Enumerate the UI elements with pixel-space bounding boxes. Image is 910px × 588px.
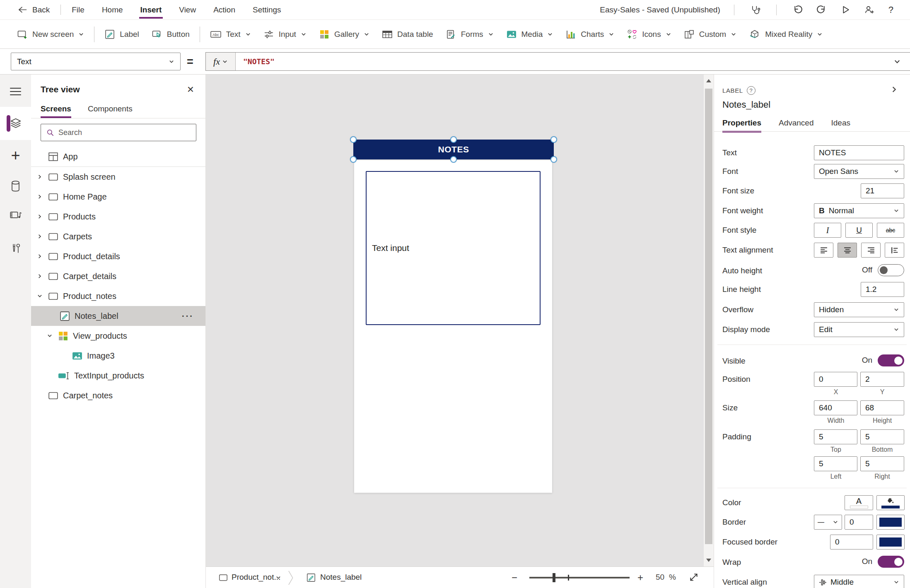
- preview-play-icon[interactable]: [840, 5, 851, 15]
- media-menu[interactable]: Media: [500, 20, 560, 48]
- tree-item-products[interactable]: Products: [31, 207, 205, 227]
- chevron-down-icon[interactable]: [275, 575, 281, 581]
- resize-handle-bottom-center[interactable]: [450, 156, 457, 163]
- tab-ideas[interactable]: Ideas: [831, 118, 850, 133]
- zoom-out-button[interactable]: −: [512, 572, 517, 583]
- property-selector[interactable]: Text: [11, 53, 181, 70]
- resize-handle-top-left[interactable]: [350, 136, 357, 143]
- display-mode-dropdown[interactable]: Edit: [814, 322, 904, 337]
- overflow-dropdown[interactable]: Hidden: [814, 302, 904, 317]
- rail-tree-view-button[interactable]: [0, 107, 31, 140]
- canvas-scrollbar[interactable]: [704, 75, 714, 566]
- align-justify-button[interactable]: [885, 243, 904, 258]
- position-x-input[interactable]: 0: [814, 372, 857, 387]
- button-button[interactable]: Button: [145, 20, 196, 48]
- tree-item-app[interactable]: App: [31, 147, 205, 166]
- fill-color-button[interactable]: [876, 495, 905, 510]
- tree-item-home-page[interactable]: Home Page: [31, 187, 205, 207]
- padding-right-input[interactable]: 5: [860, 456, 904, 471]
- tab-screens[interactable]: Screens: [41, 104, 71, 118]
- strikethrough-button[interactable]: abc: [877, 223, 904, 238]
- padding-bottom-input[interactable]: 5: [860, 429, 904, 444]
- rail-insert-button[interactable]: +: [0, 144, 31, 167]
- menu-item-insert[interactable]: Insert: [132, 0, 171, 19]
- redo-icon[interactable]: [816, 5, 827, 15]
- mixed-reality-menu[interactable]: Mixed Reality: [743, 20, 829, 48]
- border-style-dropdown[interactable]: —: [814, 515, 842, 530]
- design-canvas[interactable]: NOTES Text input: [206, 75, 704, 566]
- menu-item-view[interactable]: View: [170, 0, 205, 19]
- rail-advanced-tools-button[interactable]: [0, 237, 31, 260]
- chevron-right-icon[interactable]: [37, 214, 43, 219]
- vertical-align-dropdown[interactable]: Middle: [814, 575, 904, 588]
- italic-button[interactable]: I: [814, 223, 841, 238]
- formula-expand-button[interactable]: [884, 53, 910, 70]
- chevron-right-icon[interactable]: [37, 174, 43, 180]
- tree-item-carpets[interactable]: Carpets: [31, 227, 205, 246]
- app-checker-icon[interactable]: [750, 5, 760, 15]
- tab-advanced[interactable]: Advanced: [779, 118, 814, 133]
- zoom-slider[interactable]: [529, 577, 630, 578]
- fx-button[interactable]: fx: [206, 53, 236, 70]
- underline-button[interactable]: U: [845, 223, 873, 238]
- tree-item-image3[interactable]: Image3: [31, 346, 205, 366]
- position-y-input[interactable]: 2: [860, 372, 904, 387]
- align-left-button[interactable]: [814, 243, 833, 258]
- scrollbar-thumb[interactable]: [705, 89, 712, 544]
- align-right-button[interactable]: [861, 243, 881, 258]
- more-options-icon[interactable]: ···: [182, 311, 194, 321]
- selected-control-breadcrumb[interactable]: Notes_label: [320, 573, 362, 582]
- focused-border-color-button[interactable]: [876, 535, 905, 549]
- padding-left-input[interactable]: 5: [814, 456, 857, 471]
- collapse-panel-chevron-icon[interactable]: [890, 85, 898, 94]
- line-height-input[interactable]: 1.2: [861, 282, 904, 297]
- auto-height-toggle[interactable]: [878, 264, 904, 276]
- formula-input[interactable]: "NOTES": [236, 53, 884, 70]
- tree-item-product-details[interactable]: Product_details: [31, 246, 205, 266]
- size-height-input[interactable]: 68: [860, 400, 904, 415]
- search-input[interactable]: [58, 128, 191, 137]
- visible-toggle[interactable]: [878, 354, 904, 366]
- tree-item-carpet-details[interactable]: Carpet_details: [31, 266, 205, 286]
- data-table-button[interactable]: Data table: [376, 20, 439, 48]
- focused-border-weight-input[interactable]: 0: [830, 535, 873, 549]
- new-screen-button[interactable]: New screen: [11, 20, 90, 48]
- chevron-right-icon[interactable]: [37, 273, 43, 279]
- custom-menu[interactable]: Custom: [678, 20, 743, 48]
- label-button[interactable]: Label: [98, 20, 145, 48]
- help-circle-icon[interactable]: ?: [747, 86, 756, 95]
- tree-item-product-notes[interactable]: Product_notes: [31, 286, 205, 306]
- font-dropdown[interactable]: Open Sans: [814, 164, 904, 179]
- chevron-right-icon[interactable]: [37, 253, 43, 259]
- menu-item-settings[interactable]: Settings: [244, 0, 290, 19]
- scroll-up-icon[interactable]: [706, 79, 711, 82]
- chevron-right-icon[interactable]: [37, 194, 43, 200]
- icons-menu[interactable]: Icons: [620, 20, 677, 48]
- rail-media-button[interactable]: [0, 203, 31, 227]
- resize-handle-top-center[interactable]: [450, 136, 457, 143]
- text-input-control[interactable]: Text input: [366, 171, 541, 325]
- help-icon[interactable]: ?: [888, 5, 893, 15]
- text-menu[interactable]: Text: [204, 20, 257, 48]
- font-size-input[interactable]: 21: [861, 183, 904, 198]
- wrap-toggle[interactable]: [878, 556, 904, 568]
- rail-data-button[interactable]: [0, 174, 31, 198]
- menu-item-file[interactable]: File: [63, 0, 93, 19]
- chevron-right-icon[interactable]: [37, 234, 43, 239]
- share-person-icon[interactable]: [864, 5, 875, 15]
- zoom-slider-thumb[interactable]: [553, 573, 555, 582]
- menu-item-action[interactable]: Action: [205, 0, 244, 19]
- zoom-in-button[interactable]: +: [637, 572, 643, 583]
- chevron-down-icon[interactable]: [47, 333, 53, 339]
- hamburger-menu-button[interactable]: [0, 80, 31, 103]
- undo-icon[interactable]: [792, 5, 803, 15]
- forms-menu[interactable]: Forms: [439, 20, 500, 48]
- tree-search-box[interactable]: [41, 124, 196, 141]
- resize-handle-bottom-right[interactable]: [550, 156, 557, 163]
- align-center-button[interactable]: [838, 243, 857, 258]
- input-menu[interactable]: Input: [257, 20, 313, 48]
- tree-item-notes-label[interactable]: Notes_label ···: [31, 306, 205, 326]
- text-color-button[interactable]: A: [845, 495, 873, 510]
- tab-components[interactable]: Components: [88, 104, 133, 118]
- border-color-button[interactable]: [876, 515, 905, 530]
